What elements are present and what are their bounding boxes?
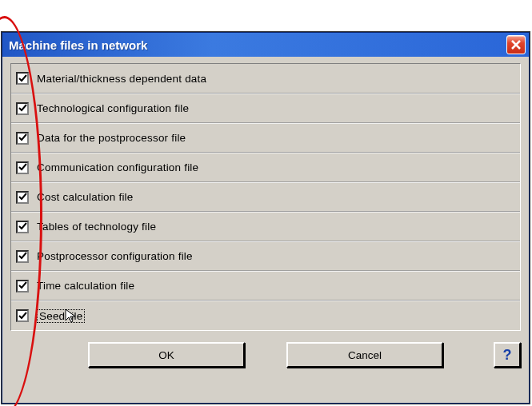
help-button[interactable]: ? <box>494 342 521 368</box>
checkbox[interactable] <box>16 250 29 263</box>
checkbox[interactable] <box>16 102 29 115</box>
checkbox[interactable] <box>16 280 29 293</box>
dialog-content: Material/thickness dependent data Techno… <box>2 57 529 376</box>
checkbox[interactable] <box>16 221 29 233</box>
list-item: Seed file <box>11 301 520 330</box>
check-icon <box>18 193 27 201</box>
list-item: Time calculation file <box>11 271 520 301</box>
checkbox-label: Seed file <box>37 309 85 323</box>
checkbox-label: Technological configuration file <box>37 102 189 114</box>
checkbox[interactable] <box>16 132 29 145</box>
list-item: Data for the postprocessor file <box>11 123 520 153</box>
button-bar: OK Cancel ? <box>10 331 521 368</box>
titlebar: Machine files in network <box>2 33 529 57</box>
check-icon <box>18 281 27 290</box>
checkbox[interactable] <box>16 309 29 322</box>
list-item: Cost calculation file <box>11 182 520 212</box>
ok-button[interactable]: OK <box>88 342 245 368</box>
list-item: Tables of technology file <box>11 212 520 241</box>
check-icon <box>18 252 27 261</box>
dialog-window: Machine files in network Material/thickn… <box>2 32 530 404</box>
check-icon <box>18 312 27 320</box>
checkbox-label: Postprocessor configuration file <box>37 250 193 262</box>
checkbox-list: Material/thickness dependent data Techno… <box>10 63 521 331</box>
list-item: Technological configuration file <box>11 94 520 123</box>
checkbox-label: Data for the postprocessor file <box>37 132 186 144</box>
checkbox-label: Time calculation file <box>37 280 134 292</box>
check-icon <box>18 74 27 83</box>
checkbox[interactable] <box>16 161 29 174</box>
checkbox-label: Communication configuration file <box>37 161 198 173</box>
checkbox-label: Material/thickness dependent data <box>37 73 206 85</box>
dialog-title: Machine files in network <box>9 38 147 52</box>
checkbox[interactable] <box>16 72 29 85</box>
list-item: Postprocessor configuration file <box>11 241 520 271</box>
list-item: Material/thickness dependent data <box>11 64 520 94</box>
checkbox-label: Tables of technology file <box>37 221 156 233</box>
close-icon <box>510 39 522 50</box>
checkbox-label: Cost calculation file <box>37 191 134 203</box>
check-icon <box>18 104 27 113</box>
list-item: Communication configuration file <box>11 153 520 182</box>
checkbox[interactable] <box>16 191 29 204</box>
cancel-button[interactable]: Cancel <box>286 342 443 368</box>
check-icon <box>18 163 27 172</box>
check-icon <box>18 133 27 142</box>
close-button[interactable] <box>506 35 526 54</box>
check-icon <box>18 222 27 231</box>
